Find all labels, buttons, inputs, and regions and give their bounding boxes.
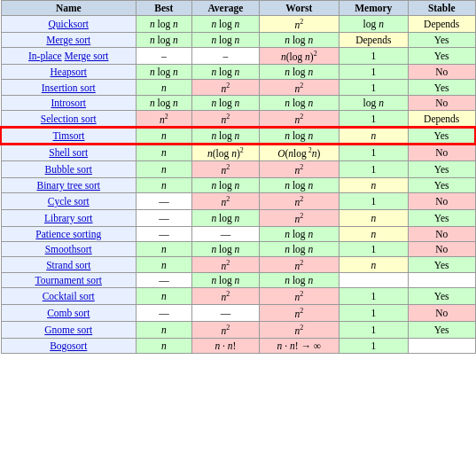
table-row: Merge sortn log nn log nn log nDependsYe… bbox=[1, 32, 475, 47]
table-row: Selection sortn2n2n21Depends bbox=[1, 111, 475, 128]
table-row: Smoothsortnn log nn log n1No bbox=[1, 241, 475, 256]
cell-name[interactable]: Merge sort bbox=[1, 32, 137, 47]
cell-name[interactable]: Strand sort bbox=[1, 256, 137, 273]
cell-name[interactable]: Quicksort bbox=[1, 16, 137, 33]
cell-name[interactable]: Insertion sort bbox=[1, 79, 137, 96]
table-row: Bubble sortnn2n21Yes bbox=[1, 161, 475, 178]
sorting-algorithms-table: Name Best Average Worst Memory Stable Qu… bbox=[0, 0, 476, 354]
cell-name[interactable]: Cycle sort bbox=[1, 192, 137, 209]
cell-name[interactable]: Patience sorting bbox=[1, 226, 137, 241]
header-row: Name Best Average Worst Memory Stable bbox=[1, 1, 475, 16]
table-row: Binary tree sortnn log nn log nnYes bbox=[1, 177, 475, 192]
cell-name[interactable]: Selection sort bbox=[1, 111, 137, 128]
table-row: Shell sortnn(log n)2O(nlog 2n)1No bbox=[1, 144, 475, 160]
cell-name[interactable]: Binary tree sort bbox=[1, 177, 137, 192]
cell-name[interactable]: Bubble sort bbox=[1, 161, 137, 178]
table-row: Quicksortn log nn log nn2log nDepends bbox=[1, 16, 475, 33]
cell-name[interactable]: Gnome sort bbox=[1, 322, 137, 339]
cell-name[interactable]: Cocktail sort bbox=[1, 288, 137, 305]
cell-name[interactable]: Timsort bbox=[1, 128, 137, 144]
cell-name[interactable]: Tournament sort bbox=[1, 273, 137, 288]
table-row: Heapsortn log nn log nn log n1No bbox=[1, 64, 475, 79]
table-row: Strand sortnn2n2nYes bbox=[1, 256, 475, 273]
table-row: Bogosortnn · n!n · n! → ∞1 bbox=[1, 338, 475, 353]
cell-name[interactable]: Shell sort bbox=[1, 144, 137, 160]
table-row: Comb sort——n21No bbox=[1, 305, 475, 322]
cell-name[interactable]: Comb sort bbox=[1, 305, 137, 322]
table-row: Gnome sortnn2n21Yes bbox=[1, 322, 475, 339]
table-row: Cycle sort—n2n21No bbox=[1, 192, 475, 209]
table-row: Cocktail sortnn2n21Yes bbox=[1, 288, 475, 305]
cell-name[interactable]: Bogosort bbox=[1, 338, 137, 353]
table-row: Introsortn log nn log nn log nlog nNo bbox=[1, 96, 475, 111]
cell-name[interactable]: Introsort bbox=[1, 96, 137, 111]
table-row: In-place Merge sort––n(log n)21Yes bbox=[1, 47, 475, 64]
table-row: Library sort—n log nn2nYes bbox=[1, 209, 475, 226]
header-stable: Stable bbox=[408, 1, 475, 16]
cell-name[interactable]: Library sort bbox=[1, 209, 137, 226]
table-row: Insertion sortnn2n21Yes bbox=[1, 79, 475, 96]
header-best: Best bbox=[137, 1, 192, 16]
table-row: Patience sorting——n log nnNo bbox=[1, 226, 475, 241]
table-row: Tournament sort—n log nn log n bbox=[1, 273, 475, 288]
header-memory: Memory bbox=[339, 1, 408, 16]
table-row: Timsortnn log nn log nnYes bbox=[1, 128, 475, 144]
cell-name[interactable]: In-place Merge sort bbox=[1, 47, 137, 64]
cell-name[interactable]: Smoothsort bbox=[1, 241, 137, 256]
header-name: Name bbox=[1, 1, 137, 16]
header-worst: Worst bbox=[260, 1, 339, 16]
cell-name[interactable]: Heapsort bbox=[1, 64, 137, 79]
header-average: Average bbox=[191, 1, 259, 16]
